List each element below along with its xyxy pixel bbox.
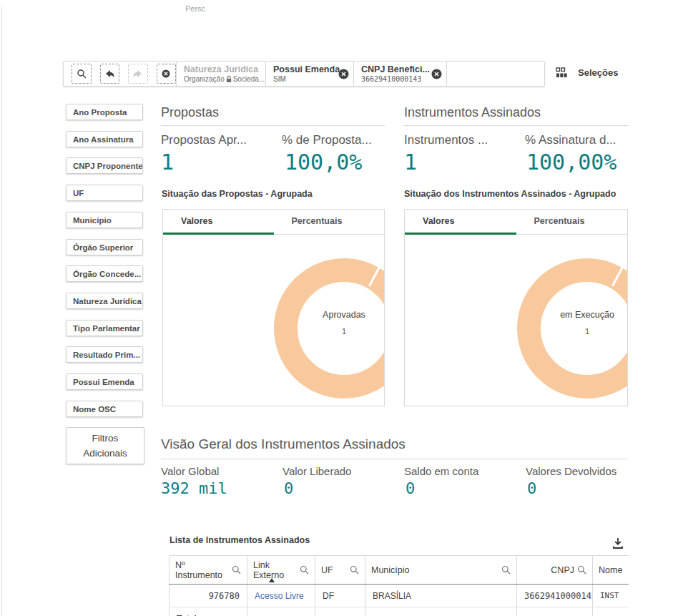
filter-label: Órgão Concede...	[73, 270, 141, 278]
sidebar-filter-resultado-primario[interactable]: Resultado Prim...	[66, 346, 143, 363]
column-header-n-instrumento[interactable]: Nº Instrumento	[169, 556, 247, 585]
chip-title: Natureza Jurídica	[184, 64, 251, 74]
divider	[161, 125, 385, 126]
filter-label: CNPJ Proponente	[73, 162, 143, 170]
chart-tabbar: Valores Percentuais	[163, 210, 384, 235]
propostas-section-title: Propostas	[161, 105, 219, 120]
kpi-label: Valor Liberado	[282, 465, 351, 477]
sort-ascending-icon	[269, 578, 275, 582]
selection-toolbar	[64, 62, 176, 86]
donut-slice-label: Aprovadas	[280, 310, 385, 320]
tab-valores[interactable]: Valores	[163, 210, 274, 234]
sidebar-filter-municipio[interactable]: Município	[66, 212, 143, 228]
kpi-label: Saldo em conta	[404, 465, 478, 477]
totals-label: Totais	[169, 607, 247, 616]
top-clipped-text: Persc	[185, 4, 205, 13]
search-icon[interactable]	[300, 565, 309, 575]
table-row: 976780 Acesso Livre DF BRASÍLIA 36629410…	[169, 585, 629, 607]
donut-slice-value: 1	[523, 327, 628, 336]
filter-label: Município	[73, 216, 112, 225]
search-icon[interactable]	[232, 565, 241, 575]
search-icon[interactable]	[577, 565, 586, 575]
chip-title: Possui Emenda	[273, 64, 339, 74]
kpi-label: Propostas Apr...	[161, 133, 247, 147]
chip-value: 36629410000143	[361, 75, 432, 83]
donut-slice-value: 1	[280, 327, 385, 336]
column-label: Nº Instrumento	[175, 560, 229, 580]
sidebar-filter-orgao-superior[interactable]: Órgão Superior	[66, 239, 143, 255]
sidebar-filter-ano-proposta[interactable]: Ano Proposta	[66, 104, 143, 120]
selection-chip-natureza-juridica[interactable]: Natureza Jurídica Organização Socieda...	[176, 62, 265, 86]
kpi-value: 392 mil	[161, 479, 227, 497]
propostas-donut-card: Valores Percentuais Aprovadas 1	[162, 209, 385, 406]
column-header-nome[interactable]: Nome	[593, 556, 629, 585]
sidebar-filter-possui-emenda[interactable]: Possui Emenda	[66, 373, 143, 390]
sidebar-filter-orgao-concedente[interactable]: Órgão Concede...	[66, 265, 143, 282]
filter-label: UF	[73, 189, 84, 197]
filter-label: Ano Assinatura	[73, 135, 134, 144]
remove-selection-icon[interactable]	[338, 69, 349, 79]
kpi-label: Valor Global	[161, 465, 219, 477]
divider	[404, 125, 628, 126]
clear-selections-icon[interactable]	[157, 64, 177, 84]
selections-grid-icon	[556, 67, 568, 78]
sidebar-filter-cnpj-proponente[interactable]: CNPJ Proponente	[66, 157, 143, 174]
instrumentos-section-title: Instrumentos Assinados	[404, 105, 541, 120]
filter-label: Resultado Prim...	[73, 351, 140, 359]
propostas-chart-title: Situação das Propostas - Agrupada	[162, 189, 313, 199]
instrumentos-donut-card: Valores Percentuais em Execução 1	[404, 209, 628, 406]
tab-percentuais[interactable]: Percentuais	[516, 210, 628, 234]
filter-label: Natureza Jurídica	[73, 297, 142, 305]
table-header-row: Nº Instrumento Link Externo	[169, 556, 629, 585]
cell-uf[interactable]: DF	[315, 585, 365, 607]
kpi-value: 100,00%	[526, 150, 616, 175]
tab-valores[interactable]: Valores	[405, 210, 516, 234]
instruments-table: Nº Instrumento Link Externo	[169, 555, 629, 616]
kpi-label: Valores Devolvidos	[526, 465, 616, 477]
selection-chip-possui-emenda[interactable]: Possui Emenda SIM	[265, 62, 353, 86]
visao-geral-title: Visão Geral dos Instrumentos Assinados	[161, 436, 406, 452]
sidebar-filter-tipo-parlamentar[interactable]: Tipo Parlamentar	[66, 320, 143, 336]
cell-nome[interactable]: INST	[593, 585, 629, 607]
chip-value: SIM	[273, 75, 339, 83]
cell-cnpj[interactable]: 36629410000143	[517, 585, 593, 607]
search-selections-icon[interactable]	[72, 64, 92, 84]
empty-chip-slot	[446, 62, 544, 86]
filter-label: Ano Proposta	[73, 108, 127, 117]
column-header-cnpj[interactable]: CNPJ	[517, 556, 593, 585]
filter-label: Tipo Parlamentar	[73, 324, 140, 333]
kpi-value: 0	[406, 479, 415, 497]
selection-chip-cnpj-beneficiario[interactable]: CNPJ Benefici... 36629410000143	[353, 62, 446, 86]
search-icon[interactable]	[501, 565, 511, 575]
tab-percentuais[interactable]: Percentuais	[274, 210, 385, 234]
selections-tool-button[interactable]: Seleções	[556, 67, 618, 78]
download-icon[interactable]	[611, 537, 624, 549]
search-icon[interactable]	[350, 565, 359, 575]
sidebar-filter-natureza-juridica[interactable]: Natureza Jurídica	[66, 293, 143, 309]
sidebar-filter-nome-osc[interactable]: Nome OSC	[66, 401, 143, 417]
more-filters-label: Filtros Adicionais	[83, 431, 127, 461]
kpi-label: % Assinatura d...	[525, 133, 616, 147]
selections-button-label: Seleções	[578, 67, 618, 78]
sidebar-filter-ano-assinatura[interactable]: Ano Assinatura	[66, 131, 143, 147]
cell-municipio[interactable]: BRASÍLIA	[365, 585, 517, 607]
sidebar-filter-uf[interactable]: UF	[66, 185, 143, 201]
cell-link-externo[interactable]: Acesso Livre	[247, 585, 315, 607]
column-label: Nome	[599, 565, 622, 575]
column-header-municipio[interactable]: Município	[365, 556, 517, 585]
step-back-icon[interactable]	[100, 64, 120, 84]
kpi-value: 100,0%	[285, 150, 362, 175]
cell-n-instrumento[interactable]: 976780	[169, 585, 247, 607]
filter-label: Nome OSC	[73, 405, 116, 414]
donut-slice-label: em Execução	[523, 310, 628, 320]
instrumentos-chart-title: Situação dos Instrumentos Assinados - Ag…	[404, 189, 616, 199]
kpi-label: Instrumentos ...	[404, 133, 488, 147]
more-filters-button[interactable]: Filtros Adicionais	[66, 427, 144, 464]
column-header-link-externo[interactable]: Link Externo	[247, 556, 315, 585]
external-link[interactable]: Acesso Livre	[255, 591, 304, 601]
column-label: CNPJ	[551, 565, 574, 575]
column-header-uf[interactable]: UF	[315, 556, 365, 585]
divider	[161, 459, 628, 459]
selections-bar: Natureza Jurídica Organização Socieda...…	[63, 61, 545, 87]
remove-selection-icon[interactable]	[431, 69, 442, 79]
